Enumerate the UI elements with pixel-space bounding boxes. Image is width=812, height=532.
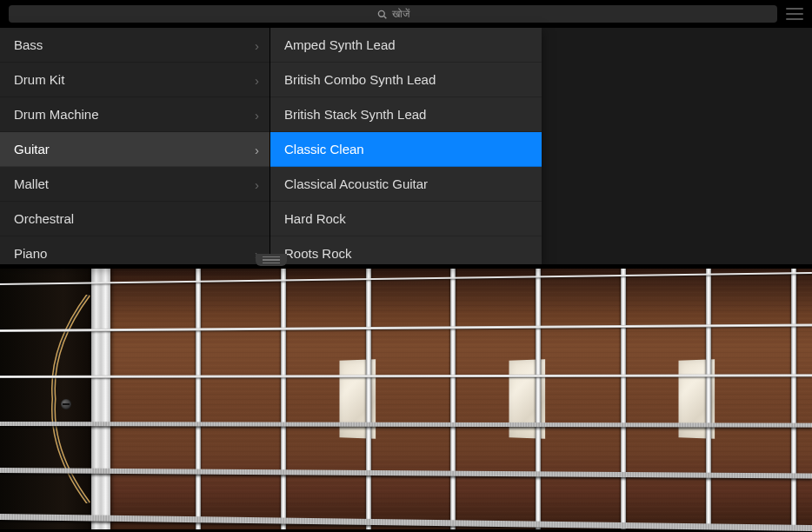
category-item-drum-kit[interactable]: Drum Kit› [0,63,270,97]
preset-item[interactable]: Amped Synth Lead [270,28,542,63]
guitar-fret [791,269,796,529]
guitar-fret [706,269,711,529]
guitar-fret [536,269,541,529]
chevron-right-icon: › [255,142,259,156]
search-input[interactable]: खोजें [9,5,777,23]
category-item-piano[interactable]: Piano› [0,236,270,264]
preset-column: Amped Synth Lead British Combo Synth Lea… [270,28,542,264]
instrument-browser-panel: Bass› Drum Kit› Drum Machine› Guitar› Ma… [0,28,542,264]
guitar-nut [91,269,110,529]
category-item-guitar[interactable]: Guitar› [0,132,270,167]
preset-item-selected[interactable]: Classic Clean [270,132,542,167]
top-bar: खोजें [0,0,812,28]
chevron-right-icon: › [255,72,259,87]
category-item-bass[interactable]: Bass› [0,28,270,63]
screw-icon [61,399,71,409]
preset-item[interactable]: Roots Rock [270,236,542,264]
preset-item[interactable]: British Stack Synth Lead [270,97,542,132]
svg-line-1 [383,16,386,18]
category-item-drum-machine[interactable]: Drum Machine› [0,97,270,132]
guitar-fret [281,269,286,529]
search-icon [377,10,387,19]
chevron-right-icon: › [255,176,259,191]
guitar-fretboard[interactable] [0,264,812,532]
guitar-fret [196,269,201,529]
panel-drag-handle-icon[interactable] [256,254,287,266]
svg-point-0 [378,10,384,17]
category-item-orchestral[interactable]: Orchestral [0,202,270,236]
chevron-right-icon: › [255,37,259,52]
preset-item[interactable]: British Combo Synth Lead [270,63,542,97]
guitar-fret [621,269,626,529]
category-column: Bass› Drum Kit› Drum Machine› Guitar› Ma… [0,28,270,264]
guitar-fret [366,269,371,529]
guitar-headstock [0,269,91,529]
preset-item[interactable]: Classical Acoustic Guitar [270,167,542,202]
preset-item[interactable]: Hard Rock [270,202,542,236]
search-placeholder: खोजें [392,8,409,20]
guitar-fret [450,269,456,529]
category-item-mallet[interactable]: Mallet› [0,167,270,202]
hamburger-menu-icon[interactable] [786,8,803,20]
chevron-right-icon: › [255,107,259,122]
